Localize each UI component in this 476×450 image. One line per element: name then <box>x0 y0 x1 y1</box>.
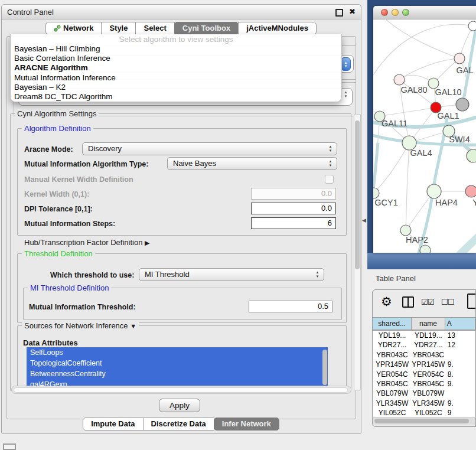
table-cell: YER054C <box>373 370 412 379</box>
tab-discretize-data[interactable]: Discretize Data <box>143 418 214 431</box>
select-none-icon[interactable]: ☐☐ <box>441 298 454 306</box>
table-row[interactable]: YLR345WYLR345W9. <box>373 399 475 408</box>
network-node-gal80[interactable] <box>394 74 405 85</box>
network-node-hap4[interactable] <box>427 184 441 198</box>
kernel-width-field[interactable]: 0.0 <box>251 188 336 200</box>
table-horizontal-scrollbar[interactable] <box>373 418 475 425</box>
table-row[interactable]: YBR045CYBR045C9. <box>373 379 475 389</box>
attribute-list-item[interactable]: SelfLoops <box>27 347 328 358</box>
network-node-gal[interactable] <box>454 53 465 64</box>
mi-steps-field[interactable]: 6 <box>251 217 336 229</box>
network-node-hap2[interactable] <box>400 225 411 236</box>
close-icon[interactable]: ✖ <box>349 7 356 16</box>
hub-definition-toggle[interactable]: Hub/Transcription Factor Definition ▶ <box>24 238 149 247</box>
attributes-list-scrollbar[interactable] <box>322 350 328 387</box>
table-cell: 9. <box>445 379 475 389</box>
network-node[interactable] <box>467 149 476 162</box>
network-node[interactable] <box>468 21 476 31</box>
settings-vertical-scrollbar[interactable] <box>354 114 361 390</box>
dropdown-option[interactable]: Bayesian – K2 <box>11 83 341 92</box>
which-threshold-select[interactable]: MI Threshold ▲▼ <box>139 268 324 281</box>
node-label: GAL1 <box>437 111 459 120</box>
table-row[interactable]: YER054CYER054C8. <box>373 370 475 379</box>
table-row[interactable]: YDL19...YDL19...13 <box>373 331 475 340</box>
combo-spinner-icon[interactable]: ▲▼ <box>341 57 351 71</box>
tab-infer-network[interactable]: Infer Network <box>214 418 279 431</box>
table-cell: YBR045C <box>373 379 412 389</box>
tab-label: jActiveMNodules <box>246 22 308 35</box>
table-cell: YBR045C <box>412 379 445 389</box>
tab-impute-data[interactable]: Impute Data <box>83 418 143 431</box>
sources-group-title[interactable]: Sources for Network Inference ▼ <box>22 321 139 330</box>
table-row[interactable]: YIL052CYIL052C9 <box>373 408 475 418</box>
mi-threshold-label: Mutual Information Threshold: <box>29 303 136 311</box>
column-header[interactable]: name <box>411 317 445 330</box>
gear-icon[interactable]: ⚙ <box>381 295 392 309</box>
attribute-list-item[interactable]: BetweennessCentrality <box>27 369 328 379</box>
close-traffic-light-icon[interactable] <box>381 9 388 16</box>
table-cell: YER054C <box>412 370 445 379</box>
data-attributes-list[interactable]: SelfLoopsTopologicalCoefficientBetweenne… <box>27 347 328 391</box>
combo-arrows-icon: ▲▼ <box>328 159 333 168</box>
control-panel-window: Control Panel ✖ NetworkStyleSelectCyni T… <box>1 4 361 434</box>
network-node[interactable] <box>420 245 431 253</box>
combo-arrows-icon: ▲▼ <box>315 270 320 279</box>
table-cell: YPR145W <box>373 360 412 369</box>
panel-icon[interactable] <box>467 294 476 309</box>
dpi-tolerance-field[interactable]: 0.0 <box>251 203 336 214</box>
dropdown-option[interactable]: Dream8 DC_TDC Algorithm <box>11 92 341 102</box>
aracne-mode-select[interactable]: Discovery ▲▼ <box>82 142 337 155</box>
network-node-gcy1[interactable] <box>373 188 379 198</box>
network-nodes[interactable]: GALGAL80GAL10GAL1GAL11SWI4GAL4GCY1HAP4YH… <box>373 21 476 253</box>
table-row[interactable]: YBR043CYBR043C <box>373 350 475 360</box>
table-row[interactable]: YDR27...YDR27...12 <box>373 340 475 350</box>
network-node-y[interactable] <box>465 185 476 197</box>
scrollbar-thumb[interactable] <box>374 419 469 423</box>
panel-collapse-arrow-icon[interactable]: ◀ <box>362 217 366 223</box>
settings-horizontal-scrollbar[interactable] <box>11 386 351 394</box>
table-row[interactable]: YBL079WYBL079W <box>373 389 475 398</box>
tab-select[interactable]: Select <box>135 22 174 35</box>
tab-network[interactable]: Network <box>45 22 102 35</box>
table-cell: YBR043C <box>412 350 445 360</box>
table-cell: 9 <box>445 408 475 418</box>
minimize-traffic-light-icon[interactable] <box>392 9 399 16</box>
floating-panel-mini-icon[interactable] <box>3 444 16 450</box>
scrollbar-thumb[interactable] <box>355 120 360 269</box>
control-panel-titlebar[interactable]: Control Panel ✖ <box>2 5 361 19</box>
column-header[interactable]: A <box>445 317 475 330</box>
tab-label: Style <box>109 22 128 35</box>
collapsed-arrow-icon[interactable]: ▶ <box>145 239 149 246</box>
tab-cyni-toolbox[interactable]: Cyni Toolbox <box>174 22 239 35</box>
tab-jactivemnodules[interactable]: jActiveMNodules <box>238 22 317 35</box>
mi-type-select[interactable]: Naive Bayes ▲▼ <box>167 157 337 170</box>
attribute-list-item[interactable]: TopologicalCoefficient <box>27 358 328 369</box>
mi-threshold-field[interactable]: 0.5 <box>249 301 332 312</box>
column-header[interactable]: shared... <box>372 317 412 330</box>
network-node[interactable] <box>456 98 469 111</box>
apply-button[interactable]: Apply <box>159 399 200 412</box>
network-canvas[interactable]: GALGAL80GAL10GAL1GAL11SWI4GAL4GCY1HAP4YH… <box>373 19 476 253</box>
zoom-traffic-light-icon[interactable] <box>402 9 409 16</box>
select-all-checked-icon[interactable]: ☑☑ <box>421 298 433 306</box>
split-columns-icon[interactable] <box>402 296 414 308</box>
dropdown-option[interactable]: Mutual Information Inference <box>11 73 341 83</box>
scrollbar-thumb[interactable] <box>322 350 327 385</box>
dropdown-option[interactable]: ARACNE Algorithm <box>11 63 341 73</box>
dropdown-option[interactable]: Bayesian – Hill Climbing <box>11 44 341 54</box>
dropdown-placeholder: Select algorithm to view settings <box>11 35 341 44</box>
threshold-definition-title: Threshold Definition <box>22 249 95 258</box>
float-panel-icon[interactable] <box>335 9 343 17</box>
sources-title-text: Sources for Network Inference <box>24 321 128 330</box>
network-window-titlebar[interactable] <box>373 6 476 19</box>
scrollbar-thumb[interactable] <box>14 387 348 393</box>
tab-label: Discretize Data <box>151 418 206 431</box>
desktop-background-strip <box>367 253 476 269</box>
table-body: YDL19...YDL19...13YDR27...YDR27...12YBR0… <box>373 330 475 418</box>
expanded-arrow-icon[interactable]: ▼ <box>130 322 136 330</box>
manual-kernel-checkbox[interactable] <box>325 175 334 184</box>
dropdown-option[interactable]: Basic Correlation Inference <box>11 54 341 63</box>
table-row[interactable]: YPR145WYPR145W9. <box>373 360 475 369</box>
tab-style[interactable]: Style <box>101 22 136 35</box>
combo-arrows-icon: ▲▼ <box>343 90 348 99</box>
